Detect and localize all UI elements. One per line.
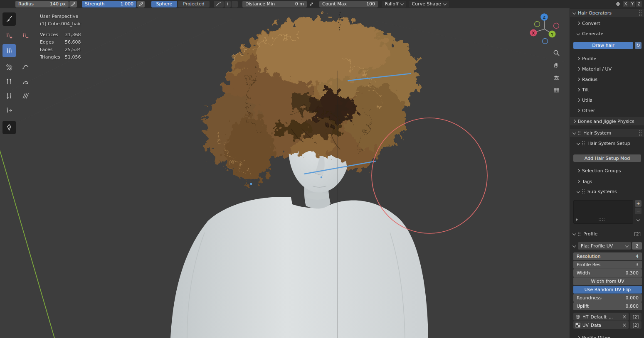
tool-curl[interactable] [19,75,32,88]
strength-pressure-icon[interactable] [137,1,145,7]
panel-section-hair-operators[interactable]: Hair Operators [570,9,644,17]
tool-length[interactable] [2,89,16,103]
viewport-3d[interactable]: User Perspective (1) Cube.004_hair Verti… [0,8,570,338]
measure-icon[interactable] [308,1,315,7]
material-selector[interactable]: HT_Default_... × [573,313,629,321]
tool-hair-add[interactable] [2,29,16,42]
drag-grip-icon[interactable] [578,131,581,135]
drag-grip-icon[interactable] [578,232,581,236]
panel-section-material-uv[interactable]: Material / UV [570,65,644,73]
falloff-sphere-button[interactable]: Sphere [151,1,177,7]
resize-grip-icon[interactable] [599,218,605,221]
panel-section-other[interactable]: Other [570,106,644,115]
radius-slider[interactable]: Radius 140 px [15,1,69,7]
uv-map-selector[interactable]: UV_Data × [573,321,629,329]
distance-min-field[interactable]: Distance Min 0 m [242,1,307,7]
panel-section-radius[interactable]: Radius [570,75,644,83]
chevron-right-icon [577,336,580,338]
add-hair-setup-mod-button[interactable]: Add Hair Setup Mod [573,154,641,162]
panel-section-profile[interactable]: Profile [570,54,644,63]
panel-section-utils[interactable]: Utils [570,96,644,104]
remove-point-button[interactable]: − [232,1,238,7]
refresh-button[interactable]: ↻ [635,42,642,49]
user-count-button[interactable]: [2] [630,313,642,321]
tool-settings-header: Radius 140 px Strength 1.000 Sphere Proj… [0,0,644,8]
panel-section-profile-other[interactable]: Profile Other [570,333,644,338]
datablock-ht-default: HT_Default_... × [2] [573,313,642,321]
profile-res-field[interactable]: Profile Res3 [573,261,642,269]
resolution-field[interactable]: Resolution4 [573,252,642,260]
count-max-field[interactable]: Count Max 100 [319,1,378,7]
mirror-icon[interactable] [614,1,622,7]
tool-slide[interactable] [19,89,32,103]
falloff-dropdown[interactable]: Falloff [382,1,406,7]
panel-grip-icon[interactable] [639,10,642,16]
list-menu-button[interactable] [635,217,642,223]
panel-section-tags[interactable]: Tags [570,177,644,186]
list-remove-button[interactable]: − [635,208,642,214]
panel-section-tilt[interactable]: Tilt [570,86,644,94]
draw-hair-button[interactable]: Draw hair [573,42,633,49]
chevron-right-icon [572,120,576,123]
panel-section-convert[interactable]: Convert [570,19,644,27]
radius-pressure-icon[interactable] [69,1,77,7]
profile-count-field[interactable]: 2 [632,242,642,250]
length-icon [5,92,13,100]
tool-puff[interactable] [2,75,16,88]
ortho-toggle-control[interactable] [552,86,561,95]
tool-comb[interactable] [2,44,16,57]
panel-grip-icon[interactable] [639,130,642,136]
panel-section-selection-groups[interactable]: Selection Groups [570,167,644,175]
panel-section-hair-system[interactable]: Hair System [570,129,644,137]
chevron-down-icon[interactable] [572,244,576,247]
use-random-uv-flip-toggle[interactable]: Use Random UV Flip [573,286,642,294]
unlink-button[interactable]: × [622,323,627,328]
viewport-canvas[interactable] [0,8,570,338]
panel-section-hair-system-setup[interactable]: Hair System Setup [570,139,644,147]
panel-section-bones-jiggle[interactable]: Bones and Jiggle Physics [570,117,644,125]
unlink-button[interactable]: × [622,314,627,319]
axis-minus-z-handle[interactable] [543,39,548,44]
width-field[interactable]: Width0.300 [573,269,642,277]
axis-minus-x-handle[interactable] [554,23,559,29]
mirror-z-toggle[interactable]: Z [636,1,642,7]
list-add-button[interactable]: + [635,200,642,207]
tool-hair-remove[interactable] [19,29,32,42]
tool-add-guides[interactable] [2,104,16,117]
profile-type-dropdown[interactable]: Flat Profile UV [578,242,631,250]
curve-shape-dropdown[interactable]: Curve Shape [409,1,449,7]
camera-view-control[interactable] [552,73,561,82]
curve-icon [216,2,222,6]
width-from-uv-toggle[interactable]: Width from UV [573,277,642,285]
list-filter-toggle[interactable] [576,218,578,221]
strength-slider[interactable]: Strength 1.000 [82,1,136,7]
chevron-right-icon [577,57,580,60]
axis-minus-y-handle[interactable] [535,22,540,27]
mirror-x-toggle[interactable]: X [623,1,629,7]
user-count-button[interactable]: [2] [630,321,642,329]
magnifier-icon [553,49,560,56]
zoom-control[interactable] [552,48,561,57]
tool-annotate[interactable] [2,121,16,134]
add-point-button[interactable]: + [225,1,231,7]
subsystems-list[interactable] [573,200,633,224]
tool-brush[interactable] [2,12,16,26]
falloff-projected-button[interactable]: Projected [178,1,210,7]
pan-control[interactable] [552,61,561,70]
panel-section-generate[interactable]: Generate [570,29,644,38]
mirror-y-toggle[interactable]: Y [629,1,635,7]
roundness-field[interactable]: Roundness0.000 [573,294,642,302]
drag-grip-icon[interactable] [582,189,585,194]
stylus-icon [139,2,143,6]
sidebar-panel: Hair Operators Convert Generate Draw hai… [570,8,644,338]
tool-smooth[interactable] [2,61,16,74]
panel-section-profile-subpanel[interactable]: Profile [2] [570,230,644,238]
uplift-field[interactable]: Uplift0.800 [573,302,642,310]
panel-section-sub-systems[interactable]: Sub-systems [570,187,644,196]
chevron-right-icon [577,78,580,81]
navigation-gizmo[interactable]: Z X Y [526,10,563,48]
drag-grip-icon[interactable] [582,141,585,146]
curve-falloff-button[interactable] [214,1,224,7]
tool-wave[interactable] [19,61,32,74]
blender-window: Radius 140 px Strength 1.000 Sphere Proj… [0,0,644,338]
